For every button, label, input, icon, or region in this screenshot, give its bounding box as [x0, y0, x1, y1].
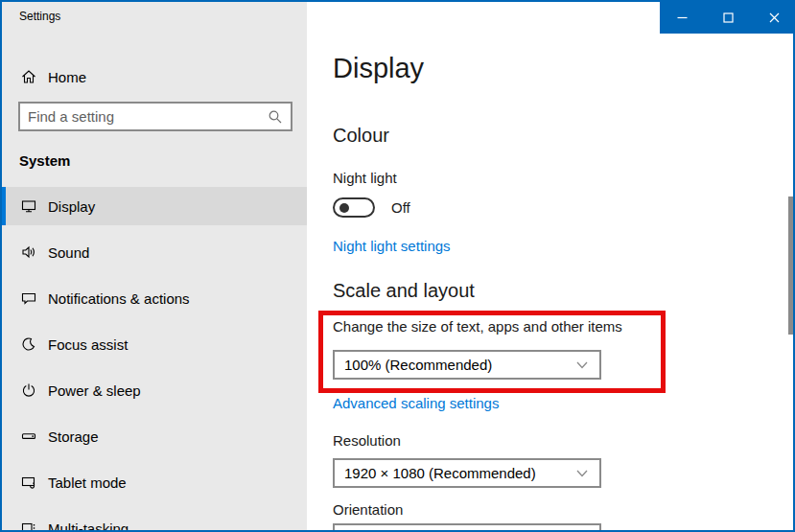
close-icon	[769, 12, 780, 23]
sidebar-item-label: Tablet mode	[48, 474, 127, 491]
orientation-dropdown[interactable]	[333, 523, 601, 532]
sidebar-item-label: Home	[48, 69, 86, 85]
maximize-button[interactable]	[706, 2, 752, 34]
sidebar-item-label: Sound	[48, 244, 89, 261]
change-size-label: Change the size of text, apps and other …	[333, 318, 622, 335]
resolution-label: Resolution	[333, 432, 401, 449]
sidebar-item-label: Display	[48, 198, 95, 215]
minimize-icon	[677, 12, 688, 23]
sidebar-item-home[interactable]: Home	[2, 58, 307, 96]
sidebar-item-storage[interactable]: Storage	[2, 417, 307, 455]
power-icon	[21, 382, 36, 398]
search-box	[18, 102, 292, 131]
advanced-scaling-settings-link[interactable]: Advanced scaling settings	[333, 395, 499, 411]
scale-dropdown[interactable]: 100% (Recommended)	[333, 350, 601, 380]
page-title: Display	[333, 53, 424, 84]
scale-section-heading: Scale and layout	[333, 280, 475, 302]
sidebar-item-label: Focus assist	[48, 336, 128, 353]
sidebar: Settings Home System Display Sound	[2, 2, 307, 530]
search-icon[interactable]	[268, 109, 283, 125]
chevron-down-icon	[576, 361, 588, 369]
sidebar-section-header: System	[19, 152, 70, 169]
night-light-settings-link[interactable]: Night light settings	[333, 238, 451, 254]
storage-icon	[21, 428, 36, 444]
multitasking-icon	[21, 520, 36, 532]
main-content: Display Colour Night light Off Night lig…	[307, 2, 793, 530]
vertical-scrollbar-thumb[interactable]	[788, 197, 795, 335]
maximize-icon	[723, 12, 734, 23]
focus-assist-icon	[21, 336, 36, 352]
display-icon	[21, 198, 36, 214]
sidebar-item-focus-assist[interactable]: Focus assist	[2, 325, 307, 363]
colour-section-heading: Colour	[333, 125, 389, 147]
sound-icon	[21, 244, 36, 260]
night-light-label: Night light	[333, 170, 397, 186]
orientation-label: Orientation	[333, 501, 403, 518]
search-input[interactable]	[20, 108, 268, 125]
resolution-dropdown-value: 1920 × 1080 (Recommended)	[335, 465, 576, 481]
sidebar-item-notifications[interactable]: Notifications & actions	[2, 279, 307, 317]
sidebar-item-label: Notifications & actions	[48, 290, 190, 307]
close-button[interactable]	[751, 2, 795, 34]
toggle-knob	[339, 203, 349, 213]
scale-dropdown-value: 100% (Recommended)	[335, 357, 576, 373]
notifications-icon	[21, 290, 36, 306]
sidebar-item-display[interactable]: Display	[2, 187, 307, 225]
window-title: Settings	[19, 10, 60, 23]
sidebar-item-multitasking[interactable]: Multi-tasking	[2, 509, 307, 532]
night-light-state: Off	[391, 199, 410, 216]
sidebar-item-label: Storage	[48, 428, 99, 445]
night-light-toggle[interactable]	[333, 197, 375, 218]
sidebar-item-label: Power & sleep	[48, 382, 141, 399]
sidebar-item-tablet-mode[interactable]: Tablet mode	[2, 463, 307, 501]
home-icon	[21, 69, 36, 84]
titlebar-caption-buttons	[660, 2, 795, 34]
sidebar-item-sound[interactable]: Sound	[2, 233, 307, 271]
chevron-down-icon	[576, 470, 588, 477]
resolution-dropdown[interactable]: 1920 × 1080 (Recommended)	[333, 458, 601, 488]
sidebar-item-label: Multi-tasking	[48, 520, 129, 532]
tablet-mode-icon	[21, 474, 36, 490]
minimize-button[interactable]	[660, 2, 706, 34]
settings-window: Settings Home System Display Sound	[0, 0, 795, 532]
sidebar-item-power-sleep[interactable]: Power & sleep	[2, 371, 307, 409]
